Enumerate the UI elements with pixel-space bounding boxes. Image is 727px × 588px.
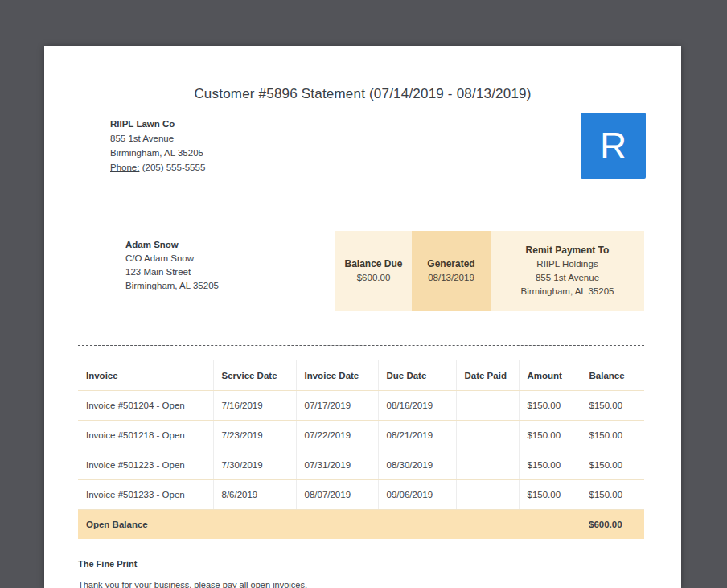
dashed-divider xyxy=(78,345,644,346)
phone-number: (205) 555-5555 xyxy=(142,162,206,172)
header-due-date: Due Date xyxy=(378,360,456,391)
company-address-line2: Birmingham, AL 35205 xyxy=(110,146,205,160)
generated-label: Generated xyxy=(427,257,474,271)
remit-address1: 855 1st Avenue xyxy=(536,271,599,285)
fine-print-heading: The Fine Print xyxy=(78,559,137,569)
header-invoice-date: Invoice Date xyxy=(296,360,378,391)
header-date-paid: Date Paid xyxy=(456,360,519,391)
cell-service-date: 7/16/2019 xyxy=(213,391,296,421)
invoice-table-container: Invoice Service Date Invoice Date Due Da… xyxy=(78,360,644,539)
header-amount: Amount xyxy=(519,360,581,391)
cell-service-date: 8/6/2019 xyxy=(213,480,296,510)
cell-due-date: 09/06/2019 xyxy=(378,480,456,510)
company-phone: Phone: (205) 555-5555 xyxy=(110,160,205,175)
company-address-line1: 855 1st Avenue xyxy=(110,131,205,146)
cell-invoice: Invoice #501204 - Open xyxy=(78,391,213,421)
customer-address-line1: 123 Main Street xyxy=(125,265,219,279)
cell-amount: $150.00 xyxy=(519,421,581,450)
cell-due-date: 08/16/2019 xyxy=(378,391,456,421)
cell-invoice-date: 07/17/2019 xyxy=(296,391,378,421)
remit-payment-box: Remit Payment To RIIPL Holdings 855 1st … xyxy=(491,231,644,311)
cell-amount: $150.00 xyxy=(519,450,581,480)
header-service-date: Service Date xyxy=(213,360,296,391)
cell-invoice: Invoice #501218 - Open xyxy=(78,421,213,450)
viewer-background: Customer #5896 Statement (07/14/2019 - 0… xyxy=(0,0,727,588)
cell-invoice-date: 07/22/2019 xyxy=(296,421,378,450)
table-row: Invoice #501233 - Open 8/6/2019 08/07/20… xyxy=(78,480,644,510)
balance-due-value: $600.00 xyxy=(357,271,391,285)
customer-info: Adam Snow C/O Adam Snow 123 Main Street … xyxy=(125,238,219,293)
header-balance: Balance xyxy=(581,360,644,391)
summary-strip: Balance Due $600.00 Generated 08/13/2019… xyxy=(335,231,644,311)
cell-service-date: 7/30/2019 xyxy=(213,450,296,480)
balance-due-box: Balance Due $600.00 xyxy=(335,231,412,311)
cell-balance: $150.00 xyxy=(581,450,644,480)
cell-date-paid xyxy=(456,480,519,510)
cell-amount: $150.00 xyxy=(519,480,581,510)
cell-invoice: Invoice #501223 - Open xyxy=(78,450,213,480)
open-balance-label: Open Balance xyxy=(78,510,581,539)
statement-page: Customer #5896 Statement (07/14/2019 - 0… xyxy=(44,46,681,588)
cell-invoice: Invoice #501233 - Open xyxy=(78,480,213,510)
remit-address2: Birmingham, AL 35205 xyxy=(521,285,614,298)
cell-invoice-date: 07/31/2019 xyxy=(296,450,378,480)
customer-name: Adam Snow xyxy=(125,238,219,252)
generated-value: 08/13/2019 xyxy=(428,271,474,285)
company-name: RIIPL Lawn Co xyxy=(110,117,205,131)
table-row: Invoice #501223 - Open 7/30/2019 07/31/2… xyxy=(78,450,644,480)
table-header-row: Invoice Service Date Invoice Date Due Da… xyxy=(78,360,644,391)
invoice-table: Invoice Service Date Invoice Date Due Da… xyxy=(78,360,644,539)
fine-print-text: Thank you for your business, please pay … xyxy=(78,580,307,588)
cell-balance: $150.00 xyxy=(581,421,644,450)
table-row: Invoice #501218 - Open 7/23/2019 07/22/2… xyxy=(78,421,644,450)
header-invoice: Invoice xyxy=(78,360,213,391)
cell-invoice-date: 08/07/2019 xyxy=(296,480,378,510)
cell-date-paid xyxy=(456,450,519,480)
open-balance-total: $600.00 xyxy=(581,510,644,539)
customer-address-line2: Birmingham, AL 35205 xyxy=(125,279,219,293)
balance-due-label: Balance Due xyxy=(344,257,402,271)
cell-service-date: 7/23/2019 xyxy=(213,421,296,450)
company-logo: R xyxy=(581,113,646,179)
remit-label: Remit Payment To xyxy=(526,244,610,257)
page-title: Customer #5896 Statement (07/14/2019 - 0… xyxy=(44,86,681,102)
cell-due-date: 08/30/2019 xyxy=(378,450,456,480)
cell-balance: $150.00 xyxy=(581,480,644,510)
cell-due-date: 08/21/2019 xyxy=(378,421,456,450)
cell-date-paid xyxy=(456,391,519,421)
remit-name: RIIPL Holdings xyxy=(536,257,598,271)
logo-letter: R xyxy=(600,124,626,167)
open-balance-row: Open Balance $600.00 xyxy=(78,510,644,539)
cell-amount: $150.00 xyxy=(519,391,581,421)
generated-box: Generated 08/13/2019 xyxy=(412,231,491,311)
cell-date-paid xyxy=(456,421,519,450)
table-row: Invoice #501204 - Open 7/16/2019 07/17/2… xyxy=(78,391,644,421)
cell-balance: $150.00 xyxy=(581,391,644,421)
customer-care-of: C/O Adam Snow xyxy=(125,252,219,265)
company-info: RIIPL Lawn Co 855 1st Avenue Birmingham,… xyxy=(110,117,205,175)
phone-label: Phone: xyxy=(110,162,139,172)
